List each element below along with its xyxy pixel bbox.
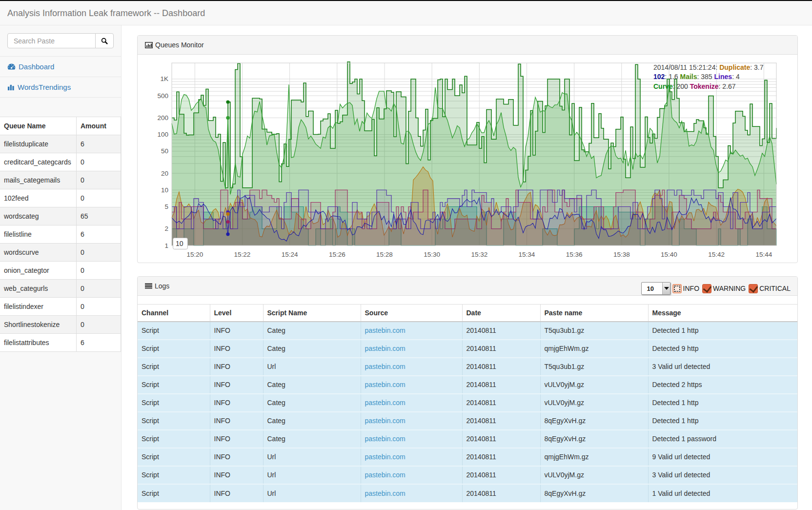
svg-text:15:32: 15:32 (471, 251, 487, 258)
svg-text:5: 5 (164, 203, 168, 210)
svg-text:15:22: 15:22 (234, 251, 251, 258)
svg-text:15:40: 15:40 (661, 251, 677, 258)
svg-text:15:34: 15:34 (519, 251, 535, 258)
svg-text:50: 50 (161, 147, 168, 155)
svg-text:15:28: 15:28 (376, 251, 393, 258)
svg-text:15:42: 15:42 (708, 251, 725, 258)
svg-text:200: 200 (157, 114, 168, 122)
svg-text:1: 1 (164, 242, 168, 249)
svg-text:15:36: 15:36 (566, 251, 583, 258)
svg-text:10: 10 (176, 240, 183, 247)
svg-text:15:44: 15:44 (755, 251, 772, 258)
svg-text:15:26: 15:26 (329, 251, 345, 258)
svg-text:15:24: 15:24 (282, 251, 298, 258)
svg-text:1K: 1K (160, 75, 168, 82)
svg-text:2: 2 (164, 225, 168, 232)
svg-text:500: 500 (157, 92, 168, 100)
svg-text:15:30: 15:30 (424, 251, 440, 258)
svg-text:15:38: 15:38 (613, 251, 630, 258)
svg-text:20: 20 (161, 170, 168, 177)
svg-text:10: 10 (161, 186, 168, 194)
svg-text:100: 100 (157, 131, 168, 138)
svg-text:15:20: 15:20 (186, 251, 203, 258)
